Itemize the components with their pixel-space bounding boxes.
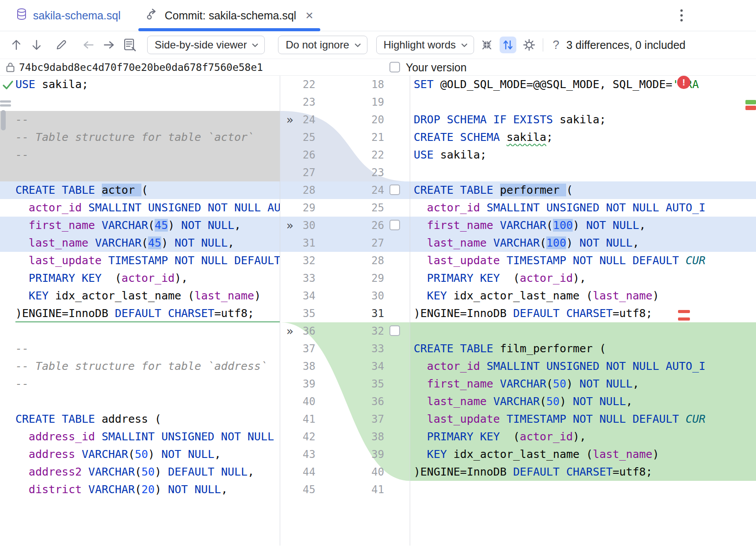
line-number-left: 35: [280, 305, 315, 322]
line-number-left: 41: [280, 410, 315, 428]
line-number-left: 25: [280, 129, 315, 146]
previous-difference-button[interactable]: [8, 37, 25, 53]
your-version-checkbox[interactable]: [389, 62, 400, 73]
code-line-right[interactable]: [410, 164, 756, 181]
code-line-right[interactable]: first_name VARCHAR(50) NOT NULL,: [410, 375, 756, 393]
more-options-button[interactable]: [679, 8, 684, 23]
settings-button[interactable]: [521, 37, 537, 53]
code-line-left[interactable]: CREATE TABLE address (: [0, 410, 280, 428]
ignore-policy-dropdown[interactable]: Do not ignore: [278, 36, 367, 54]
left-pane[interactable]: USE sakila;---- Table structure for tabl…: [0, 76, 280, 546]
code-line-right[interactable]: )ENGINE=InnoDB DEFAULT CHARSET=utf8;: [410, 463, 756, 481]
code-line-left[interactable]: last_update TIMESTAMP NOT NULL DEFAULT C: [0, 252, 280, 269]
ignore-policy-label: Do not ignore: [285, 39, 349, 51]
code-line-right[interactable]: KEY idx_actor_last_name (last_name): [410, 287, 756, 305]
line-number-right: 40: [322, 463, 384, 481]
include-change-checkbox[interactable]: [389, 325, 400, 336]
close-icon[interactable]: ×: [305, 9, 313, 22]
highlight-policy-dropdown[interactable]: Highlight words: [376, 36, 474, 54]
tab-commit-sakila-schema[interactable]: Commit: sakila-schema.sql ×: [138, 0, 320, 31]
code-line-right[interactable]: SET @OLD_SQL_MODE=@@SQL_MODE, SQL_MODE='…: [410, 76, 756, 93]
line-number-left: 30: [280, 217, 315, 234]
code-line-right[interactable]: KEY idx_actor_last_name (last_name): [410, 446, 756, 463]
diff-toolbar: Side-by-side viewer Do not ignore Highli…: [0, 31, 756, 59]
code-line-right[interactable]: DROP SCHEMA IF EXISTS sakila;: [410, 111, 756, 129]
gutter-row: 2723: [280, 164, 410, 181]
code-line-right[interactable]: [410, 93, 756, 111]
line-number-left: 22: [280, 76, 315, 93]
gutter-row: 4541: [280, 481, 410, 498]
code-line-right[interactable]: )ENGINE=InnoDB DEFAULT CHARSET=utf8;: [410, 305, 756, 322]
local-changes-button[interactable]: [122, 37, 138, 53]
code-line-left[interactable]: [0, 93, 280, 111]
gutter-row: 3834: [280, 358, 410, 375]
code-line-left[interactable]: district VARCHAR(20) NOT NULL,: [0, 481, 280, 498]
code-line-left[interactable]: USE sakila;: [0, 76, 280, 93]
right-pane[interactable]: SET @OLD_SQL_MODE=@@SQL_MODE, SQL_MODE='…: [410, 76, 756, 546]
code-line-right[interactable]: last_update TIMESTAMP NOT NULL DEFAULT C…: [410, 252, 756, 269]
next-difference-button[interactable]: [28, 37, 45, 53]
gutter-row: 2319: [280, 93, 410, 111]
code-line-right[interactable]: actor_id SMALLINT UNSIGNED NOT NULL AUTO…: [410, 199, 756, 217]
code-line-right[interactable]: CREATE TABLE film_performer (: [410, 340, 756, 358]
code-line-right[interactable]: [410, 481, 756, 498]
kebab-icon: [679, 8, 684, 23]
line-number-left: 36: [280, 322, 315, 340]
code-line-left[interactable]: -- Table structure for table `actor`: [0, 129, 280, 146]
tab-sakila-schema[interactable]: sakila-schema.sql: [9, 0, 128, 31]
scrollbar-thumb[interactable]: [1, 110, 6, 130]
code-line-left[interactable]: --: [0, 146, 280, 164]
code-line-left[interactable]: --: [0, 375, 280, 393]
code-line-left[interactable]: PRIMARY KEY (actor_id),: [0, 269, 280, 287]
code-line-left[interactable]: last_name VARCHAR(45) NOT NULL,: [0, 234, 280, 252]
gutter-row: 4238: [280, 428, 410, 446]
line-number-right: 35: [322, 375, 384, 393]
arrow-right-icon: [102, 38, 116, 52]
code-line-right[interactable]: CREATE SCHEMA sakila;: [410, 129, 756, 146]
code-line-left[interactable]: address_id SMALLINT UNSIGNED NOT NULL AU: [0, 428, 280, 446]
code-line-left[interactable]: address VARCHAR(50) NOT NULL,: [0, 446, 280, 463]
code-line-right[interactable]: last_name VARCHAR(100) NOT NULL,: [410, 234, 756, 252]
code-line-left[interactable]: first_name VARCHAR(45) NOT NULL,: [0, 217, 280, 234]
code-line-left[interactable]: [0, 322, 280, 340]
line-number-left: 32: [280, 252, 315, 269]
code-line-left[interactable]: -- Table structure for table `address`: [0, 358, 280, 375]
code-line-left[interactable]: CREATE TABLE actor (: [0, 181, 280, 199]
active-tab-indicator: [138, 28, 320, 31]
collapse-unchanged-button[interactable]: [478, 37, 495, 53]
code-line-right[interactable]: last_name VARCHAR(50) NOT NULL,: [410, 393, 756, 410]
commit-icon: [145, 7, 159, 23]
viewer-mode-dropdown[interactable]: Side-by-side viewer: [147, 36, 265, 54]
code-line-left[interactable]: [0, 393, 280, 410]
gutter-row: 3531: [280, 305, 410, 322]
line-number-left: 45: [280, 481, 315, 498]
sync-scroll-toggle[interactable]: [500, 37, 516, 53]
chevron-down-icon: [355, 43, 361, 47]
code-line-right[interactable]: last_update TIMESTAMP NOT NULL DEFAULT C…: [410, 410, 756, 428]
line-number-right: 20: [322, 111, 384, 129]
include-change-checkbox[interactable]: [389, 184, 400, 195]
code-line-right[interactable]: CREATE TABLE performer (: [410, 181, 756, 199]
code-line-right[interactable]: first_name VARCHAR(100) NOT NULL,: [410, 217, 756, 234]
line-number-left: 38: [280, 358, 315, 375]
code-line-left[interactable]: )ENGINE=InnoDB DEFAULT CHARSET=utf8;: [0, 305, 280, 322]
line-number-right: 26: [322, 217, 384, 234]
code-line-right[interactable]: [410, 322, 756, 340]
code-line-left[interactable]: [0, 164, 280, 181]
scrollbar-mark: [0, 100, 11, 103]
code-line-right[interactable]: PRIMARY KEY (actor_id),: [410, 269, 756, 287]
navigate-back-button[interactable]: [80, 37, 97, 53]
gutter-row: 3329: [280, 269, 410, 287]
code-line-left[interactable]: address2 VARCHAR(50) DEFAULT NULL,: [0, 463, 280, 481]
code-line-right[interactable]: actor_id SMALLINT UNSIGNED NOT NULL AUTO…: [410, 358, 756, 375]
code-line-left[interactable]: --: [0, 340, 280, 358]
edit-source-button[interactable]: [53, 37, 70, 53]
help-button[interactable]: ?: [548, 38, 563, 52]
code-line-left[interactable]: actor_id SMALLINT UNSIGNED NOT NULL AUTO: [0, 199, 280, 217]
include-change-checkbox[interactable]: [389, 220, 400, 230]
code-line-right[interactable]: USE sakila;: [410, 146, 756, 164]
code-line-left[interactable]: KEY idx_actor_last_name (last_name): [0, 287, 280, 305]
navigate-forward-button[interactable]: [100, 37, 117, 53]
code-line-left[interactable]: --: [0, 111, 280, 129]
code-line-right[interactable]: PRIMARY KEY (actor_id),: [410, 428, 756, 446]
